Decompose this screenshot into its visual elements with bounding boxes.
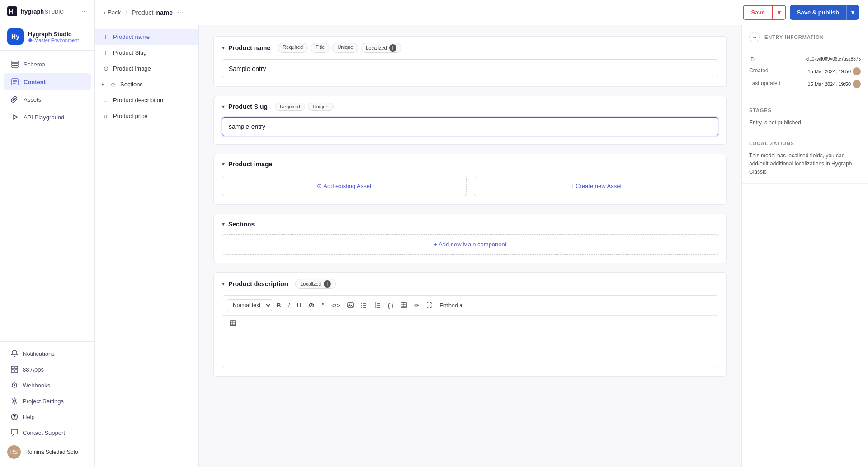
breadcrumb-name: name (156, 9, 173, 16)
info-panel-toggle: → ENTRY INFORMATION (742, 25, 868, 49)
sidebar-item-webhooks[interactable]: Webhooks (4, 377, 91, 393)
breadcrumb-product: Product (132, 9, 153, 16)
sidebar-item-contact[interactable]: Contact Support (4, 425, 91, 440)
save-publish-label[interactable]: Save & publish (790, 5, 846, 20)
topbar-actions: Save ▾ Save & publish ▾ (743, 5, 859, 20)
rich-text-editor[interactable] (222, 331, 718, 368)
svg-rect-7 (15, 366, 18, 369)
sidebar-item-apps[interactable]: 88 Apps (4, 362, 91, 377)
collapse-icon: ▾ (222, 221, 225, 227)
edit-icon (11, 78, 19, 86)
sidebar-item-label: Assets (24, 96, 41, 103)
field-item-product-slug[interactable]: T Product Slug (95, 45, 198, 61)
product-description-header[interactable]: ▾ Product description Localized i (214, 273, 726, 295)
image-button[interactable] (344, 300, 356, 310)
topbar-menu-dots[interactable]: ··· (177, 9, 183, 17)
rich-text-toolbar-row2 (222, 315, 718, 331)
breadcrumb: Product name (132, 9, 173, 16)
sidebar-item-assets[interactable]: Assets (4, 91, 91, 108)
webhooks-icon (11, 382, 18, 389)
sidebar-item-api[interactable]: API Playground (4, 108, 91, 126)
product-name-header[interactable]: ▾ Product name Required Title Unique Loc… (214, 37, 726, 59)
product-description-section: ▾ Product description Localized i Normal… (213, 272, 727, 377)
save-button-label[interactable]: Save (744, 6, 772, 19)
gear-icon (11, 397, 18, 405)
product-slug-input[interactable] (222, 117, 718, 136)
field-badges: Required Unique (275, 103, 334, 111)
field-item-product-image[interactable]: ⊙ Product image (95, 61, 198, 76)
pencil-button[interactable]: ✏ (411, 300, 422, 311)
info-icon: i (324, 280, 331, 288)
field-badges: Localized i (295, 279, 336, 289)
underline-button[interactable]: U (294, 300, 304, 311)
entry-info-section: ID cltt0kwfl009×06te7usz8875 Created 15 … (742, 49, 868, 100)
collapse-icon: ▾ (222, 281, 225, 287)
save-dropdown-arrow[interactable]: ▾ (772, 6, 785, 19)
save-button[interactable]: Save ▾ (743, 5, 786, 20)
sidebar-item-label: Content (24, 79, 46, 85)
topbar: ‹ Back / Product name ··· Save ▾ Save & … (95, 0, 868, 25)
quote-button[interactable]: " (319, 300, 327, 311)
svg-rect-3 (12, 63, 18, 65)
code-button[interactable]: </> (329, 300, 343, 311)
svg-point-18 (361, 307, 362, 308)
field-item-product-description[interactable]: ≡ Product description (95, 92, 198, 108)
italic-button[interactable]: I (285, 300, 292, 311)
field-item-product-name[interactable]: T Product name (95, 29, 198, 45)
sidebar-item-label: Contact Support (23, 429, 65, 436)
badge-required: Required (278, 43, 308, 53)
publish-dropdown-arrow[interactable]: ▾ (846, 5, 859, 20)
ordered-list-button[interactable]: 1.2.3. (372, 300, 383, 310)
grid-icon (11, 366, 18, 373)
sidebar-item-project-settings[interactable]: Project Settings (4, 393, 91, 409)
panel-collapse-arrow[interactable]: → (749, 32, 760, 42)
bold-button[interactable]: B (274, 300, 283, 311)
sections-title: Sections (228, 221, 255, 228)
svg-point-17 (361, 305, 362, 306)
table-button-2[interactable] (227, 318, 239, 328)
form-area: ▾ Product name Required Title Unique Loc… (199, 25, 741, 467)
svg-rect-2 (12, 61, 18, 63)
product-image-header[interactable]: ▾ Product image (214, 154, 726, 174)
field-label: Product price (113, 113, 148, 119)
info-panel: → ENTRY INFORMATION ID cltt0kwfl009×06te… (741, 25, 868, 467)
field-label: Sections (120, 81, 143, 88)
add-existing-asset-button[interactable]: ⊙ Add existing Asset (222, 176, 467, 196)
add-component-button[interactable]: + Add new Main component (222, 234, 718, 255)
stages-title: STAGES (749, 108, 861, 113)
product-name-title: Product name (228, 44, 270, 52)
product-name-input[interactable] (222, 59, 718, 78)
embed-button[interactable]: Embed ▾ (437, 300, 466, 311)
sidebar-item-label: Project Settings (23, 398, 64, 405)
app-name: hygraphSTUDIO (21, 8, 64, 15)
link-button[interactable] (306, 300, 317, 310)
id-label: ID (749, 57, 755, 63)
table-button[interactable] (398, 300, 410, 310)
svg-rect-8 (11, 370, 14, 373)
create-new-asset-button[interactable]: + Create new Asset (474, 176, 718, 196)
text-style-select[interactable]: Normal text (227, 299, 272, 311)
field-item-sections[interactable]: ▸ ◇ Sections (95, 76, 198, 92)
field-item-product-price[interactable]: π Product price (95, 108, 198, 124)
sidebar-item-help[interactable]: Help (4, 409, 91, 425)
sidebar-item-content[interactable]: Content (4, 73, 91, 90)
save-publish-button[interactable]: Save & publish ▾ (790, 5, 859, 20)
back-button[interactable]: ‹ Back (104, 9, 121, 16)
product-slug-header[interactable]: ▾ Product Slug Required Unique (214, 96, 726, 117)
sidebar-item-schema[interactable]: Schema (4, 56, 91, 73)
fullscreen-button[interactable]: ⛶ (424, 300, 435, 311)
block-button[interactable]: { } (385, 300, 396, 311)
field-list-sidebar: T Product name T Product Slug ⊙ Product … (95, 25, 199, 467)
field-label: Product Slug (113, 49, 146, 56)
sidebar-item-label: Webhooks (23, 382, 50, 389)
sidebar-item-notifications[interactable]: Notifications (4, 346, 91, 361)
bottom-user-profile[interactable]: RS Romina Soledad Soto (0, 441, 94, 463)
created-avatar (853, 67, 861, 75)
updated-avatar (853, 80, 861, 88)
bullet-list-button[interactable] (358, 300, 370, 310)
field-label: Product description (113, 97, 163, 104)
app-menu-dots[interactable]: ··· (81, 7, 87, 15)
play-icon (11, 113, 19, 121)
localizations-title: LOCALIZATIONS (749, 141, 861, 146)
sections-header[interactable]: ▾ Sections (214, 214, 726, 234)
